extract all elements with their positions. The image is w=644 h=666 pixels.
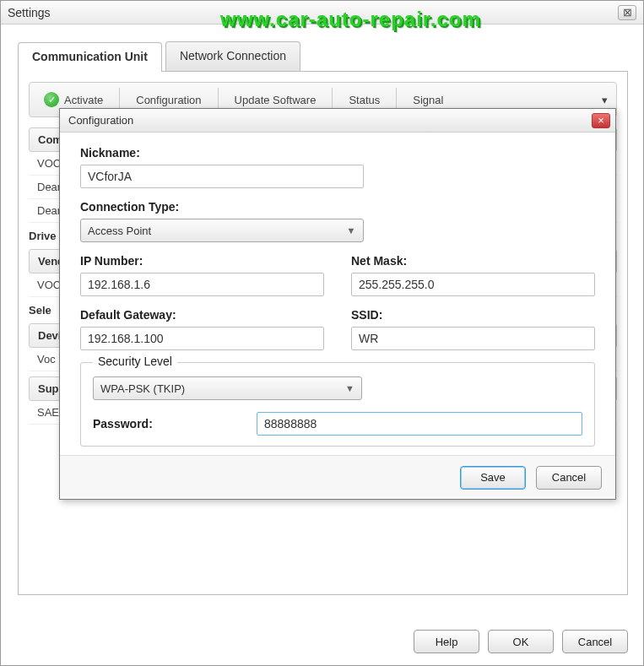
help-button[interactable]: Help bbox=[414, 630, 479, 653]
cancel-button[interactable]: Cancel bbox=[562, 630, 628, 653]
tab-strip: Communication Unit Network Connection bbox=[18, 41, 628, 72]
tab-communication-unit[interactable]: Communication Unit bbox=[18, 42, 162, 72]
ok-button[interactable]: OK bbox=[488, 630, 554, 653]
window-title: Settings bbox=[8, 6, 51, 19]
dialog-titlebar: Configuration × bbox=[60, 109, 615, 133]
chevron-down-icon: ▼ bbox=[345, 383, 354, 393]
dialog-close-button[interactable]: × bbox=[592, 113, 610, 128]
ssid-label: SSID: bbox=[351, 308, 595, 322]
window-titlebar: Settings ⊠ bbox=[1, 1, 643, 24]
toolbar-activate-label: Activate bbox=[64, 94, 103, 106]
chevron-down-icon: ▾ bbox=[602, 94, 608, 106]
security-level-value: WPA-PSK (TKIP) bbox=[100, 382, 185, 395]
window-close-button[interactable]: ⊠ bbox=[618, 5, 636, 20]
save-button[interactable]: Save bbox=[460, 466, 526, 490]
security-level-fieldset: Security Level WPA-PSK (TKIP) ▼ Password… bbox=[80, 362, 595, 447]
security-level-select[interactable]: WPA-PSK (TKIP) ▼ bbox=[93, 376, 362, 400]
ip-number-input[interactable] bbox=[80, 273, 324, 296]
dialog-footer: Save Cancel bbox=[60, 455, 615, 499]
settings-button-row: Help OK Cancel bbox=[414, 630, 628, 653]
toolbar-status-label: Status bbox=[349, 94, 380, 106]
nickname-input[interactable] bbox=[80, 165, 364, 188]
toolbar-signal-label: Signal bbox=[413, 94, 443, 106]
security-level-legend: Security Level bbox=[93, 355, 177, 368]
toolbar-configuration-label: Configuration bbox=[136, 94, 201, 106]
configuration-dialog: Configuration × Nickname: Connection Typ… bbox=[59, 108, 616, 500]
password-input[interactable] bbox=[257, 412, 582, 436]
net-mask-input[interactable] bbox=[351, 273, 595, 296]
net-mask-label: Net Mask: bbox=[351, 254, 595, 268]
password-label: Password: bbox=[93, 417, 236, 430]
ip-number-label: IP Number: bbox=[80, 254, 324, 268]
tab-network-connection[interactable]: Network Connection bbox=[165, 41, 300, 71]
toolbar-update-label: Update Software bbox=[235, 94, 317, 106]
connection-type-select[interactable]: Access Point ▼ bbox=[80, 219, 364, 242]
connection-type-value: Access Point bbox=[88, 225, 151, 237]
connection-type-label: Connection Type: bbox=[80, 200, 595, 214]
dialog-body: Nickname: Connection Type: Access Point … bbox=[60, 133, 615, 455]
default-gateway-label: Default Gateway: bbox=[80, 308, 324, 322]
check-icon: ✓ bbox=[44, 92, 59, 107]
chevron-down-icon: ▼ bbox=[347, 225, 356, 236]
ssid-input[interactable] bbox=[351, 327, 595, 350]
default-gateway-input[interactable] bbox=[80, 327, 324, 350]
dialog-cancel-button[interactable]: Cancel bbox=[536, 466, 602, 490]
dialog-title: Configuration bbox=[68, 114, 133, 127]
nickname-label: Nickname: bbox=[80, 146, 595, 160]
